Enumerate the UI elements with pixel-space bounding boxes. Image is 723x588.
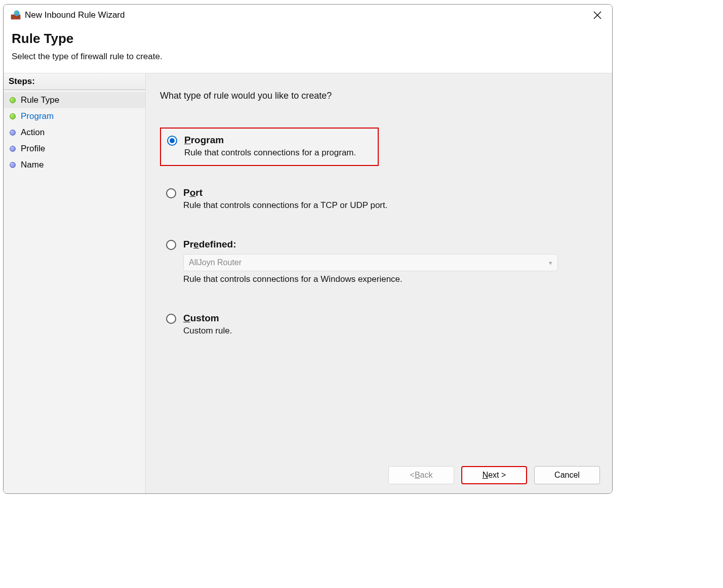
option-title: Port [183,187,585,198]
bullet-icon [10,162,16,168]
body-area: Steps: Rule Type Program Action Profile [4,73,612,493]
option-predefined[interactable]: Predefined: AllJoyn Router ▾ Rule that c… [160,233,593,291]
page-title: Rule Type [12,31,604,47]
main-panel: What type of rule would you like to crea… [146,73,612,493]
radio-port[interactable] [166,188,176,198]
chevron-down-icon: ▾ [549,259,552,267]
cancel-button[interactable]: Cancel [534,466,600,484]
next-button[interactable]: Next > [461,466,527,484]
titlebar-left: New Inbound Rule Wizard [11,10,125,20]
bullet-icon [10,97,16,103]
step-label: Program [21,111,54,121]
back-button: < Back [388,466,454,484]
button-row: < Back Next > Cancel [146,458,612,493]
option-title: Custom [183,313,585,324]
step-action[interactable]: Action [4,124,145,141]
step-label: Rule Type [21,95,59,105]
step-rule-type[interactable]: Rule Type [4,92,145,108]
option-desc: Rule that controls connections for a Win… [183,274,585,284]
main-content: What type of rule would you like to crea… [146,73,612,458]
question-text: What type of rule would you like to crea… [160,91,593,101]
step-profile[interactable]: Profile [4,141,145,157]
option-program[interactable]: Program Rule that controls connections f… [160,128,379,166]
close-icon [593,11,601,19]
option-title: Program [184,135,370,146]
titlebar: New Inbound Rule Wizard [4,5,612,26]
dropdown-selected: AllJoyn Router [189,258,242,267]
option-title: Predefined: [183,239,585,250]
page-subtitle: Select the type of firewall rule to crea… [12,52,604,62]
header-area: Rule Type Select the type of firewall ru… [4,26,612,73]
option-custom[interactable]: Custom Custom rule. [160,307,593,343]
bullet-icon [10,130,16,136]
option-body: Predefined: AllJoyn Router ▾ Rule that c… [183,239,585,284]
radio-program[interactable] [167,136,177,146]
steps-label: Steps: [4,73,145,90]
option-body: Port Rule that controls connections for … [183,187,585,211]
wizard-window: New Inbound Rule Wizard Rule Type Select… [3,4,613,494]
firewall-icon [11,10,21,20]
step-label: Action [21,128,45,138]
option-desc: Rule that controls connections for a pro… [184,148,370,158]
option-desc: Rule that controls connections for a TCP… [183,200,585,211]
radio-predefined[interactable] [166,240,176,250]
option-body: Program Rule that controls connections f… [184,135,370,158]
step-program[interactable]: Program [4,108,145,124]
steps-list: Rule Type Program Action Profile Name [4,90,145,175]
close-button[interactable] [590,8,605,23]
predefined-dropdown[interactable]: AllJoyn Router ▾ [183,254,558,271]
radio-custom[interactable] [166,314,176,324]
window-title: New Inbound Rule Wizard [25,10,125,20]
option-desc: Custom rule. [183,326,585,336]
bullet-icon [10,146,16,152]
svg-point-11 [14,11,20,16]
steps-sidebar: Steps: Rule Type Program Action Profile [4,73,146,493]
step-name[interactable]: Name [4,157,145,173]
bullet-icon [10,113,16,119]
option-port[interactable]: Port Rule that controls connections for … [160,181,593,218]
option-body: Custom Custom rule. [183,313,585,336]
step-label: Profile [21,144,45,154]
step-label: Name [21,160,44,170]
